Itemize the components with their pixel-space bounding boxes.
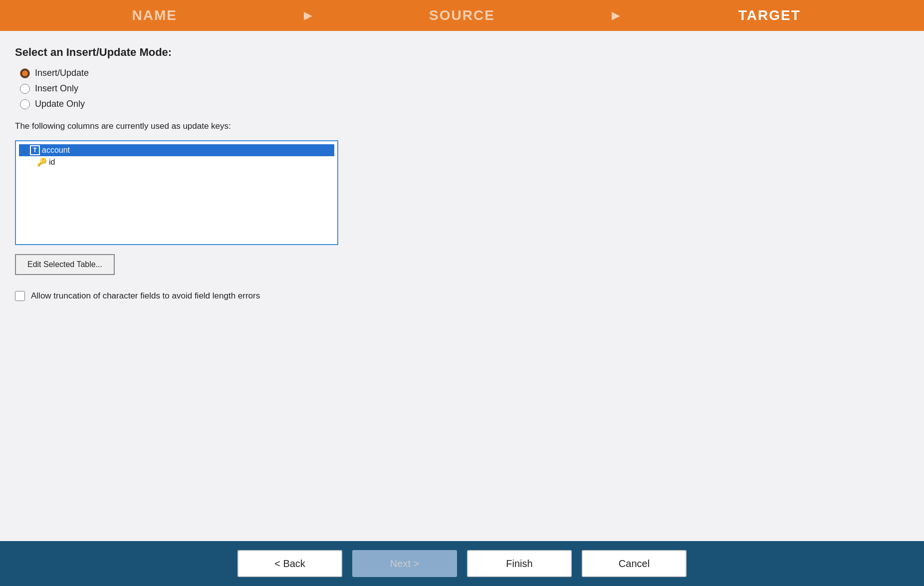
- edit-table-button-label: Edit Selected Table...: [27, 260, 102, 269]
- radio-insert-only-label: Insert Only: [35, 83, 78, 94]
- finish-button-label: Finish: [506, 558, 532, 570]
- section-title: Select an Insert/Update Mode:: [15, 46, 909, 59]
- radio-insert-update[interactable]: Insert/Update: [20, 68, 909, 78]
- back-button-label: < Back: [274, 558, 305, 570]
- next-button[interactable]: Next >: [352, 550, 457, 577]
- truncation-checkbox[interactable]: [15, 291, 25, 301]
- radio-insert-update-input[interactable]: [20, 68, 30, 78]
- step-source: SOURCE: [317, 7, 606, 23]
- radio-insert-only-input[interactable]: [20, 84, 30, 94]
- cancel-button[interactable]: Cancel: [582, 550, 687, 577]
- footer: < Back Next > Finish Cancel: [0, 541, 924, 586]
- radio-insert-update-label: Insert/Update: [35, 68, 89, 78]
- back-button[interactable]: < Back: [237, 550, 342, 577]
- edit-table-button-wrapper: Edit Selected Table...: [15, 254, 909, 275]
- radio-update-only-label: Update Only: [35, 99, 85, 109]
- radio-group: Insert/Update Insert Only Update Only: [20, 68, 909, 109]
- step-name-label: NAME: [132, 7, 177, 23]
- chevron-icon: ⌄: [21, 147, 28, 154]
- radio-update-only[interactable]: Update Only: [20, 99, 909, 109]
- step-name: NAME: [10, 7, 299, 23]
- finish-button[interactable]: Finish: [467, 550, 572, 577]
- step-target: TARGET: [625, 7, 914, 23]
- step-arrow-1: ▶: [304, 9, 312, 22]
- truncation-label: Allow truncation of character fields to …: [31, 291, 260, 301]
- next-button-label: Next >: [390, 558, 419, 570]
- table-icon: T: [30, 145, 40, 155]
- tree-child-id[interactable]: 🔑 id: [19, 156, 334, 168]
- update-keys-label: The following columns are currently used…: [15, 121, 909, 131]
- wizard-header: NAME ▶ SOURCE ▶ TARGET: [0, 0, 924, 31]
- cancel-button-label: Cancel: [619, 558, 650, 570]
- radio-insert-only[interactable]: Insert Only: [20, 83, 909, 94]
- step-arrow-2: ▶: [612, 9, 620, 22]
- edit-table-button[interactable]: Edit Selected Table...: [15, 254, 115, 275]
- radio-update-only-input[interactable]: [20, 99, 30, 109]
- truncation-row: Allow truncation of character fields to …: [15, 291, 909, 301]
- tree-node-account-label: account: [42, 146, 70, 155]
- tree-box[interactable]: ⌄ T account 🔑 id: [15, 140, 338, 245]
- tree-child-id-label: id: [49, 158, 55, 167]
- step-source-label: SOURCE: [429, 7, 495, 23]
- key-icon: 🔑: [37, 157, 47, 167]
- step-target-label: TARGET: [738, 7, 801, 23]
- tree-node-account[interactable]: ⌄ T account: [19, 144, 334, 156]
- tree-root: ⌄ T account 🔑 id: [19, 144, 334, 168]
- main-content: Select an Insert/Update Mode: Insert/Upd…: [0, 31, 924, 541]
